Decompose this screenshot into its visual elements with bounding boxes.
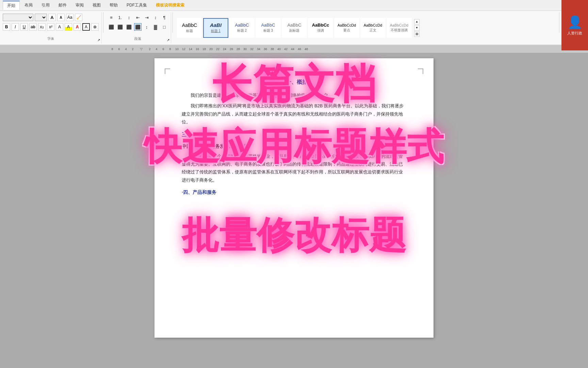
decrease-font-button[interactable]: A	[57, 14, 65, 21]
bold-button[interactable]: B	[3, 23, 10, 31]
para-row2: ⬛ ⬛ ⬛ ⬛ ↕ ▓ □	[108, 23, 168, 31]
style-heading1[interactable]: AaBI 标题 1	[203, 18, 228, 38]
gallery-down-button[interactable]: ▼	[414, 25, 420, 31]
change-case-button[interactable]: Aa	[66, 14, 74, 21]
text-color-button[interactable]: A	[74, 23, 81, 31]
styles-section: AaBbC 标题 AaBI 标题 1 AaBbC 标题 2 AaBbC 标题 3…	[174, 12, 558, 43]
line-spacing-button[interactable]: ↕	[143, 23, 150, 31]
style-subtitle[interactable]: AaBbC 副标题	[282, 18, 307, 38]
ruler-mark: 2	[129, 47, 136, 51]
tab-review[interactable]: 审阅	[71, 1, 88, 10]
tab-home[interactable]: 开始	[3, 1, 20, 10]
doc-para3: 医药行业是一个国家监管比较严格的行业，药品质量、用药安全关系到人们的身体健康，所…	[182, 152, 406, 184]
gallery-up-button[interactable]: ▲	[414, 19, 420, 25]
tab-help[interactable]: 帮助	[105, 1, 122, 10]
increase-font-button[interactable]: A	[48, 14, 56, 21]
style-key[interactable]: AaBbCcDd 要点	[334, 18, 359, 38]
borders-button[interactable]: □	[161, 23, 168, 31]
multilevel-button[interactable]: ↕	[125, 14, 133, 21]
font-name-select[interactable]	[3, 14, 33, 21]
increase-indent-button[interactable]: ⇥	[143, 14, 150, 21]
ruler-mark: 14	[187, 47, 194, 51]
style-heading3-label: 标题 3	[263, 28, 273, 33]
align-right-button[interactable]: ⬛	[125, 23, 133, 31]
tab-layout[interactable]: 布局	[20, 1, 37, 10]
ruler-mark: 38	[269, 47, 276, 51]
font-group-label: 字体	[47, 36, 54, 41]
ruler-mark: 4	[122, 47, 129, 51]
doc-heading4: 中国医药电子商务发展现状分析	[182, 143, 406, 150]
ruler-mark: 22	[214, 47, 221, 51]
tab-reference[interactable]: 引用	[37, 1, 54, 10]
font-size-select[interactable]	[35, 14, 47, 21]
sort-button[interactable]: ↕	[152, 14, 159, 21]
justify-button[interactable]: ⬛	[134, 23, 142, 31]
style-subtitle-preview: AaBbC	[287, 22, 301, 28]
style-faint-label: 不明显强调	[391, 28, 408, 33]
show-para-button[interactable]: ¶	[161, 14, 168, 21]
style-faint[interactable]: AaBbCcDd 不明显强调	[387, 18, 412, 38]
style-subtitle-label: 副标题	[289, 28, 299, 33]
text-border-button[interactable]: A	[82, 23, 90, 31]
para1-text-after: 网络的电子商务门户。	[288, 93, 332, 98]
style-normal[interactable]: AaBbC 标题	[177, 18, 202, 38]
numbering-button[interactable]: 1.	[116, 14, 124, 21]
gallery-expand-button[interactable]: ⊞	[414, 31, 420, 37]
font-row1: A A Aa 🧹	[3, 14, 99, 21]
person-icon: 👤	[567, 15, 583, 29]
ruler-mark: 10	[174, 47, 180, 51]
style-normal-preview: AaBbC	[182, 22, 197, 28]
clear-format-button[interactable]: 🧹	[75, 14, 82, 21]
ruler-mark: 26	[228, 47, 235, 51]
style-emphasis-label: 强调	[317, 28, 324, 33]
subscript-button[interactable]: x₂	[38, 23, 46, 31]
doc-link[interactable]: 交网络	[275, 93, 288, 98]
font-row2: B I U ab x₂ x² A A A A ⊕	[3, 23, 99, 31]
bullets-button[interactable]: ≡	[108, 14, 115, 21]
italic-button[interactable]: I	[12, 23, 19, 31]
para-group-expand[interactable]: ↗	[167, 38, 169, 42]
ruler-area: 8 6 4 2 ▽ 2 4 6 8 10 12 14 16 18 20 22 2…	[0, 45, 588, 53]
style-key-preview: AaBbCcDd	[338, 23, 356, 27]
style-heading1-label: 标题 1	[211, 29, 220, 33]
highlight-button[interactable]: A	[65, 23, 72, 31]
tab-view[interactable]: 视图	[88, 1, 105, 10]
sep3	[559, 12, 559, 33]
ruler-mark: 42	[282, 47, 289, 51]
style-emphasis[interactable]: AaBbCc 强调	[308, 18, 333, 38]
font-group-expand[interactable]: ↗	[97, 38, 100, 42]
ruler-mark: 12	[180, 47, 187, 51]
style-heading3[interactable]: AaBbC 标题 3	[256, 18, 281, 38]
doc-heading-four: ·四、产品和服务	[182, 189, 406, 196]
tab-mail[interactable]: 邮件	[54, 1, 71, 10]
style-body[interactable]: AaBbCcDd 正文	[360, 18, 386, 38]
strikethrough-button[interactable]: ab	[29, 23, 37, 31]
paragraph-group: ≡ 1. ↕ ⇤ ⇥ ↕ ¶ ⬛ ⬛ ⬛ ⬛ ↕ ▓	[105, 12, 171, 43]
ruler-triangle: ▽	[136, 47, 146, 51]
para1-text-before: 我们的宗旨是建立起全球领先的基于真实社	[191, 93, 275, 98]
superscript-button[interactable]: x²	[47, 23, 54, 31]
underline-button[interactable]: U	[20, 23, 28, 31]
doc-heading1: 第一、概括	[182, 79, 406, 86]
tab-template-search[interactable]: 模板说明搜索索	[152, 1, 189, 10]
paragraph-group-label: 段落	[134, 36, 141, 41]
font-group: A A Aa 🧹 B I U ab x₂ x² A A A	[0, 12, 102, 43]
align-left-button[interactable]: ⬛	[108, 23, 115, 31]
style-heading2[interactable]: AaBbC 标题 2	[229, 18, 255, 38]
ruler-mark: 46	[296, 47, 303, 51]
ruler-mark: 30	[242, 47, 248, 51]
ruler-mark: 20	[208, 47, 214, 51]
shading-button[interactable]: ▓	[152, 23, 159, 31]
person-area[interactable]: 👤 人资行政	[561, 0, 588, 50]
ruler-mark: 48	[303, 47, 310, 51]
align-center-button[interactable]: ⬛	[116, 23, 124, 31]
sep1	[103, 12, 103, 33]
ruler-mark: 4	[153, 47, 160, 51]
ruler-mark: 40	[276, 47, 282, 51]
style-faint-preview: AaBbCcDd	[390, 23, 408, 27]
tab-pdf[interactable]: PDF工具集	[122, 1, 151, 10]
person-label: 人资行政	[567, 31, 582, 36]
decrease-indent-button[interactable]: ⇤	[134, 14, 142, 21]
text-effect-button[interactable]: A	[56, 23, 63, 31]
text-circle-button[interactable]: ⊕	[91, 23, 99, 31]
